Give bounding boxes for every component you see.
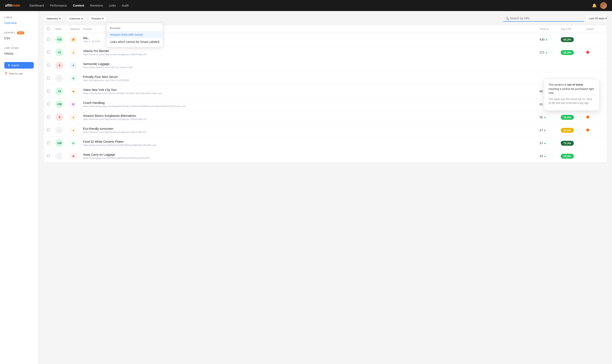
issue-indicator[interactable] (586, 129, 589, 131)
nav-revisions[interactable]: Revisions (90, 4, 103, 7)
table-row: - ⊗ Away Carry-on Luggage https://www.go… (44, 150, 607, 162)
app-layout: LINKS Overview EXPORT NEW CSV LINK SCAN … (0, 11, 612, 364)
search-input[interactable] (503, 15, 584, 22)
preset-amazon-issues[interactable]: Amazon links with issues (106, 31, 163, 38)
header-clicks[interactable]: Clicks ▾ (540, 28, 561, 31)
network-icon: ★ (70, 88, 76, 94)
presets-dropdown-btn[interactable]: Presets ▾ (88, 15, 107, 22)
product-name[interactable]: Samsonite Luggage (83, 62, 540, 66)
rank-badge: +3 (55, 88, 63, 95)
rank-badge: - (55, 75, 63, 82)
network-icon: R (70, 101, 76, 107)
date-range-picker[interactable]: Last 30 days ▾ (586, 15, 607, 22)
sidebar-label-export: EXPORT NEW (4, 31, 34, 34)
trend-up-icon: ▲ (545, 51, 548, 54)
clicks-cell: 37 ▲ (540, 142, 561, 145)
table-row: +24 G Food 52 White Ceramic Plates https… (44, 137, 607, 150)
sort-arrow-icon: ▾ (547, 28, 548, 31)
row-checkbox[interactable] (47, 90, 55, 93)
help-link[interactable]: ❓ How to use (4, 72, 34, 75)
sidebar-label-linkscan: LINK SCAN (4, 47, 34, 49)
product-url: https://www.gopjn.com/t/DFGseLJ5N45wLEFJ… (83, 157, 540, 159)
presets-menu: Presets Amazon links with issues Links w… (106, 23, 163, 47)
product-name[interactable]: Amazon Basics Sunglasses Alternatives (83, 114, 540, 117)
issue-indicator[interactable] (586, 116, 589, 118)
clicks-value: 37 (540, 142, 543, 145)
row-checkbox[interactable] (47, 154, 55, 158)
table-row: +19 R Coach Handbag https://click.linksy… (44, 98, 607, 111)
topnav-right: 🔔 (592, 2, 607, 9)
trend-flat-icon: ◆ (544, 129, 546, 132)
export-new-badge: NEW (17, 31, 24, 34)
clicks-cell: 271 ▲ (540, 51, 561, 54)
table-row: -1 ✦ Samsonite Luggage https://track.fle… (44, 59, 607, 72)
row-checkbox[interactable] (47, 77, 55, 80)
brand-logo[interactable]: affilimate (5, 4, 20, 7)
product-url: https://shareasale.com/r.cfm?b=1234&m=56… (83, 92, 540, 94)
product-name[interactable]: Eco-friendly sunscreen (83, 127, 540, 130)
row-checkbox[interactable] (47, 103, 55, 106)
sidebar-item-overview[interactable]: Overview (4, 20, 34, 26)
product-name[interactable]: Away Carry-on Luggage (83, 153, 540, 156)
issue-indicator[interactable] (586, 51, 589, 54)
rank-badge: -1 (55, 113, 63, 121)
networks-dropdown[interactable]: Networks ▾ (43, 15, 64, 22)
chevron-down-icon: ▾ (605, 17, 607, 20)
product-url: https://www.anrdoezrs.net/links/12345678… (83, 144, 540, 146)
clicks-value: 86 (540, 90, 543, 93)
row-checkbox[interactable] (47, 51, 55, 54)
row-checkbox[interactable] (47, 116, 55, 119)
main-content: Networks ▾ Columns ▾ Presets ▾ Presets A… (38, 11, 612, 364)
nav-audit[interactable]: Audit (122, 4, 129, 7)
clicks-value: 50 (540, 116, 543, 119)
preset-smart-label[interactable]: Links which cannot be Smart Labeled (106, 38, 163, 45)
row-checkbox[interactable] (47, 142, 55, 145)
columns-dropdown[interactable]: Columns ▾ (66, 15, 86, 22)
rank-badge: - (55, 126, 63, 134)
network-icon: 🔥 (70, 37, 76, 42)
rank-badge: +19 (55, 101, 63, 108)
notifications-icon[interactable]: 🔔 (592, 3, 597, 8)
row-checkbox[interactable] (47, 129, 55, 132)
rank-badge: +24 (55, 139, 63, 147)
trend-up-icon: ▲ (544, 116, 546, 119)
product-name[interactable]: Coach Handbag (83, 101, 540, 104)
nav-links[interactable]: Links (109, 4, 116, 7)
user-avatar[interactable] (600, 2, 607, 9)
ctr-badge: 12.1% (561, 128, 574, 133)
sidebar-item-csv[interactable]: CSV (4, 36, 34, 41)
header-issues: Issues (586, 28, 603, 31)
rank-badge: -1 (55, 62, 63, 69)
clicks-cell: 50 ▲ (540, 116, 561, 119)
product-name[interactable]: Food 52 White Ceramic Plates (83, 140, 540, 143)
row-checkbox[interactable] (47, 38, 55, 41)
tooltip-subtitle: This issue was first found Apr 31, 2021 … (548, 97, 595, 105)
network-icon: a (70, 114, 76, 120)
product-name[interactable]: Primally Pure Skim Serum (83, 75, 540, 78)
header-checkbox[interactable] (47, 27, 55, 31)
trend-up-icon: ▲ (544, 155, 546, 157)
sidebar-section-export: EXPORT NEW CSV (4, 31, 34, 41)
sidebar: LINKS Overview EXPORT NEW CSV LINK SCAN … (0, 11, 38, 364)
ctr-badge: 73.3% (561, 141, 574, 146)
row-checkbox[interactable] (47, 64, 55, 67)
clicks-value: 33 (540, 154, 543, 158)
nav-performance[interactable]: Performance (50, 4, 67, 7)
table-row: -1 a Amazon Basics Sunglasses Alternativ… (44, 111, 607, 124)
product-url: https://amazon.com/?tag=ts-best-sunglass… (83, 131, 540, 133)
ctr-badge: 83.2% (561, 37, 574, 42)
issue-tooltip: This product is out of stock, meaning it… (544, 79, 599, 111)
product-name[interactable]: Viator New York City Tour (83, 88, 540, 91)
nav-content[interactable]: Content (73, 4, 84, 7)
import-button[interactable]: ⬆ Import (4, 62, 34, 69)
network-icon: a (70, 50, 76, 55)
rank-badge: - (55, 152, 63, 160)
clicks-value: 430 (540, 38, 545, 41)
sidebar-item-history[interactable]: History (4, 51, 34, 56)
header-rank: Rank (55, 28, 70, 31)
header-avg-ctr: Avg CTR (561, 28, 586, 31)
network-icon: G (70, 140, 76, 146)
nav-dashboard[interactable]: Dashboard (29, 4, 44, 7)
product-name[interactable]: Vitamix Pro Blender (83, 49, 540, 53)
table-row: - a Eco-friendly sunscreen https://amazo… (44, 124, 607, 137)
